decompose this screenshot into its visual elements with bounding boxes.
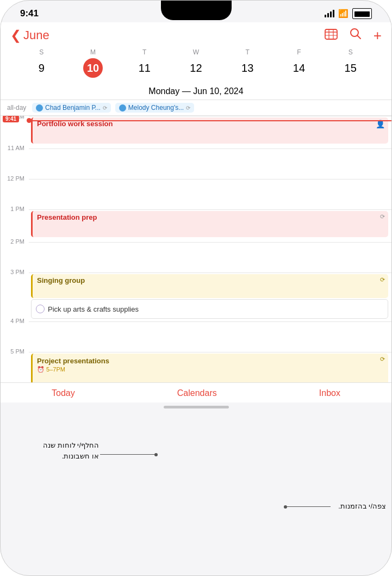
status-time: 9:41 (20, 8, 39, 19)
week-day-label-2: T (119, 48, 170, 56)
current-time-label: 9:41 (3, 116, 19, 122)
sync-icon-presentation: ⟳ (380, 213, 385, 220)
time-slot-5pm: 5 PM Project presentations ⏰ 5–7PM ⟳ (1, 352, 391, 382)
allday-event-name-1: Melody Cheung's... (128, 104, 184, 112)
annotation-line-left (100, 454, 154, 455)
back-chevron-icon[interactable]: ❮ (10, 28, 21, 43)
event-pickup[interactable]: Pick up arts & crafts supplies (31, 299, 388, 319)
wifi-icon: 📶 (338, 9, 349, 18)
time-line-12pm (29, 179, 391, 209)
add-event-icon[interactable]: + (374, 28, 382, 42)
calendar-view-icon[interactable] (325, 28, 338, 43)
annotation-right: צפה/י בהזמנות. (338, 501, 386, 512)
annotation-right-text: צפה/י בהזמנות. (338, 502, 386, 510)
annotation-left: החלף/י לוחות שנהאו חשבונות. (4, 440, 99, 461)
allday-row: all-day Chad Benjamin P... ⟳ Melody Cheu… (1, 100, 391, 116)
bottom-calendars-button[interactable]: Calendars (177, 388, 217, 398)
event-title-project: Project presentations (37, 357, 373, 365)
svg-line-6 (357, 36, 360, 39)
time-slot-4pm: 4 PM (1, 321, 391, 352)
time-line-1pm: Presentation prep ⟳ (29, 209, 391, 242)
week-date-1-today[interactable]: 10 (83, 58, 103, 78)
week-col-4[interactable]: T 13 (222, 48, 273, 78)
allday-event-name-0: Chad Benjamin P... (45, 104, 101, 112)
week-date-3[interactable]: 12 (186, 58, 206, 78)
svg-point-8 (120, 106, 125, 110)
date-title: Monday — Jun 10, 2024 (1, 81, 391, 100)
event-project[interactable]: Project presentations ⏰ 5–7PM ⟳ (31, 354, 388, 382)
week-day-label-5: F (273, 48, 325, 56)
time-label-3pm: 3 PM (1, 269, 29, 275)
month-title[interactable]: June (23, 28, 49, 42)
week-col-5[interactable]: F 14 (273, 48, 325, 78)
time-label-11am: 11 AM (1, 145, 29, 151)
nav-row: ❮ June (10, 24, 382, 46)
time-slot-11am: 11 AM (1, 148, 391, 179)
time-slot-12pm: 12 PM (1, 179, 391, 209)
current-time-line (29, 120, 391, 121)
week-col-0[interactable]: S 9 (16, 48, 67, 78)
week-date-6[interactable]: 15 (341, 58, 360, 78)
svg-rect-0 (325, 29, 337, 39)
time-slot-2pm: 2 PM (1, 242, 391, 272)
week-day-label-3: W (170, 48, 222, 56)
home-indicator (164, 406, 229, 408)
time-slot-3pm: 3 PM Singing group ⟳ Pick up arts & craf… (1, 272, 391, 321)
time-slot-1pm: 1 PM Presentation prep ⟳ (1, 209, 391, 242)
annotation-line-right (287, 506, 331, 507)
week-col-3[interactable]: W 12 (170, 48, 222, 78)
week-date-2[interactable]: 11 (135, 58, 154, 78)
svg-point-7 (38, 106, 42, 110)
nav-icons: + (325, 28, 382, 43)
time-slot-10am: 9:41 10 AM Portfolio work session 👤 (1, 116, 391, 148)
time-line-3pm: Singing group ⟳ Pick up arts & crafts su… (29, 272, 391, 321)
week-col-6[interactable]: S 15 (325, 48, 376, 78)
bottom-bar: Today Calendars Inbox (1, 382, 391, 402)
time-label-2pm: 2 PM (1, 238, 29, 245)
sync-icon-project: ⟳ (380, 356, 385, 363)
week-date-4[interactable]: 13 (238, 58, 257, 78)
week-day-label-6: S (325, 48, 376, 56)
event-title-singing: Singing group (37, 276, 373, 284)
calendar-header: ❮ June (1, 22, 391, 81)
event-time-project: ⏰ 5–7PM (37, 366, 373, 373)
allday-dot-0 (36, 104, 43, 112)
bottom-inbox-button[interactable]: Inbox (319, 388, 340, 398)
time-line-11am (29, 148, 391, 179)
signal-bars-icon (325, 10, 334, 17)
event-title-pickup: Pick up arts & crafts supplies (48, 305, 139, 313)
week-col-1[interactable]: M 10 (67, 48, 119, 78)
allday-sync-icon-1: ⟳ (186, 105, 190, 111)
annotation-dot-left (154, 453, 158, 456)
allday-sync-icon-0: ⟳ (103, 105, 107, 111)
time-label-5pm: 5 PM (1, 348, 29, 355)
time-line-2pm (29, 242, 391, 272)
week-day-label-0: S (16, 48, 67, 56)
time-line-4pm (29, 321, 391, 352)
task-circle-icon (36, 305, 45, 313)
week-day-label-4: T (222, 48, 273, 56)
search-icon[interactable] (350, 28, 362, 43)
week-col-2[interactable]: T 11 (119, 48, 170, 78)
event-presentation[interactable]: Presentation prep ⟳ (31, 211, 388, 237)
battery-icon (352, 8, 372, 19)
time-grid: 9:41 10 AM Portfolio work session 👤 11 A… (1, 116, 391, 382)
week-date-5[interactable]: 14 (289, 58, 309, 78)
week-row: S 9 M 10 T 11 W 12 T 13 (10, 46, 382, 81)
sync-icon-singing: ⟳ (380, 276, 385, 283)
annotation-left-text: החלף/י לוחות שנהאו חשבונות. (43, 441, 99, 460)
event-portfolio[interactable]: Portfolio work session 👤 (31, 117, 388, 144)
bottom-today-button[interactable]: Today (52, 388, 75, 398)
event-title-presentation: Presentation prep (37, 213, 373, 221)
allday-label: all-day (7, 104, 28, 112)
allday-dot-1 (119, 104, 126, 112)
status-bar: 9:41 📶 (1, 1, 391, 22)
week-date-0[interactable]: 9 (32, 58, 51, 78)
annotation-dot-right (284, 505, 287, 509)
allday-event-1[interactable]: Melody Cheung's... ⟳ (115, 103, 194, 113)
time-label-12pm: 12 PM (1, 175, 29, 182)
time-label-4pm: 4 PM (1, 318, 29, 324)
allday-event-0[interactable]: Chad Benjamin P... ⟳ (32, 103, 111, 113)
back-month-nav[interactable]: ❮ June (10, 28, 49, 43)
event-singing[interactable]: Singing group ⟳ (31, 274, 388, 298)
